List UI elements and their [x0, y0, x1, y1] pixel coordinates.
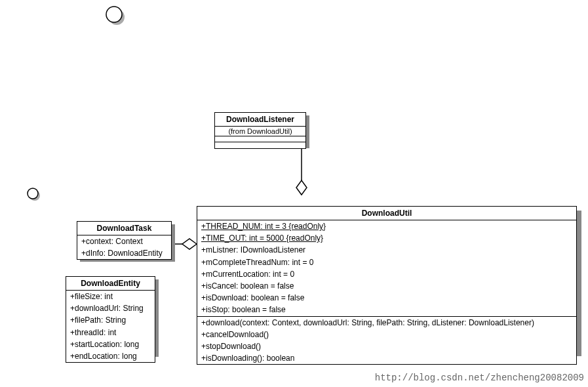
- class-attr: +downloadUrl: String: [66, 302, 155, 314]
- class-attr-readonly: +TIME_OUT: int = 5000 {readOnly}: [197, 232, 576, 244]
- class-attr: +context: Context: [77, 235, 171, 247]
- class-op: +cancelDownload(): [197, 329, 576, 340]
- class-attr: +mCompleteThreadNum: int = 0: [197, 256, 576, 268]
- class-attr: +mCurrentLocation: int = 0: [197, 268, 576, 280]
- class-attr: +isDownload: boolean = false: [197, 292, 576, 304]
- class-attr: +startLocation: long: [66, 338, 155, 350]
- class-name: DownloadUtil: [197, 207, 576, 220]
- class-attr: +mListner: IDownloadListener: [197, 244, 576, 256]
- svg-point-3: [28, 188, 38, 199]
- class-name: DownloadEntity: [66, 277, 155, 291]
- class-name: DownloadTask: [77, 222, 171, 235]
- class-attr: +isCancel: boolean = false: [197, 280, 576, 292]
- class-download-task: DownloadTask +context: Context +dInfo: D…: [77, 221, 172, 260]
- class-attr: +filePath: String: [66, 314, 155, 326]
- class-note: (from DownloadUtil): [215, 127, 305, 136]
- class-attr: +dInfo: DownloadEntity: [77, 247, 171, 259]
- class-op: +stopDownload(): [197, 340, 576, 352]
- class-download-util: DownloadUtil +THREAD_NUM: int = 3 {readO…: [197, 206, 577, 365]
- class-name: DownloadListener: [215, 113, 305, 127]
- aggregation-diamond-icon: [296, 180, 307, 195]
- class-download-entity: DownloadEntity +fileSize: int +downloadU…: [66, 276, 155, 363]
- watermark-text: http://blog.csdn.net/zhencheng20082009: [375, 373, 584, 383]
- class-op: +download(context: Context, downloadUrl:…: [197, 317, 576, 329]
- class-attr: +threadId: int: [66, 327, 155, 338]
- aggregation-diamond-icon: [182, 239, 197, 249]
- class-attr: +endLocation: long: [66, 350, 155, 362]
- class-attr: +isStop: boolean = false: [197, 304, 576, 316]
- svg-point-2: [29, 190, 40, 201]
- class-attr: +fileSize: int: [66, 291, 155, 302]
- class-attr-readonly: +THREAD_NUM: int = 3 {readOnly}: [197, 220, 576, 232]
- class-download-listener: DownloadListener (from DownloadUtil): [214, 112, 306, 149]
- svg-point-1: [106, 7, 122, 22]
- class-op: +isDownloading(): boolean: [197, 352, 576, 364]
- svg-point-0: [109, 9, 125, 25]
